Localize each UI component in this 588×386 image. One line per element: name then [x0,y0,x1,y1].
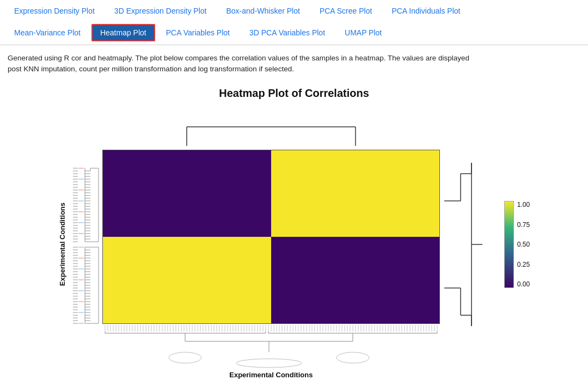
dendrogram-right-svg [444,157,488,332]
tab-3d-expression-density[interactable]: 3D Expression Density Plot [106,2,216,20]
x-axis-label: Experimental Conditions [229,371,313,379]
tab-mean-variance[interactable]: Mean-Variance Plot [5,24,89,41]
tab-umap[interactable]: UMAP Plot [336,24,390,41]
nav-row-2: Mean-Variance Plot Heatmap Plot PCA Vari… [0,22,588,44]
svg-point-276 [336,352,369,363]
tab-pca-individuals[interactable]: PCA Individuals Plot [383,2,469,20]
nav-divider [0,45,588,45]
plot-title: Heatmap Plot of Correlations [219,87,369,100]
nav-row-1: Expression Density Plot 3D Expression De… [0,0,588,22]
legend-container: 1.00 0.75 0.50 0.25 0.00 [504,201,530,288]
legend-bar-wrapper: 1.00 0.75 0.50 0.25 0.00 [504,201,530,288]
dendrogram-x-svg [102,111,440,149]
legend-value-5: 0.00 [517,280,530,288]
legend-value-2: 0.75 [517,221,530,229]
legend-value-3: 0.50 [517,241,530,248]
heatmap-container: // This will be rendered as static lines [102,111,440,379]
tab-box-whisker[interactable]: Box-and-Whisker Plot [217,2,308,20]
tab-expression-density[interactable]: Expression Density Plot [5,2,103,20]
plot-description: Generated using R cor and heatmaply. The… [0,46,490,82]
legend-color-bar [504,201,514,288]
svg-point-275 [169,352,201,363]
plot-area: Heatmap Plot of Correlations Experimenta… [0,82,588,387]
tab-pca-variables[interactable]: PCA Variables Plot [157,24,238,41]
legend-value-1: 1.00 [517,201,530,209]
dendrogram-x-bottom-svg: // This will be rendered as static lines [102,325,440,369]
heatmap-wrapper: Experimental Conditions [58,111,530,379]
legend-labels: 1.00 0.75 0.50 0.25 0.00 [517,201,530,288]
tab-3d-pca-variables[interactable]: 3D PCA Variables Plot [241,24,334,41]
svg-point-277 [236,359,302,367]
heatmap-grid [102,150,440,324]
dendrogram-x-bottom: // This will be rendered as static lines [102,325,440,369]
cell-top-left [103,150,271,237]
y-axis-label: Experimental Conditions [58,203,66,286]
cell-top-right [271,150,439,237]
legend-value-4: 0.25 [517,261,530,268]
cell-bottom-left [103,237,271,323]
tab-heatmap[interactable]: Heatmap Plot [91,24,155,41]
tab-pca-scree[interactable]: PCA Scree Plot [311,2,381,20]
dendrogram-y [69,157,101,332]
dendrogram-y-svg [69,157,101,332]
cell-bottom-right [271,237,439,323]
dendrogram-x-top [102,111,440,149]
